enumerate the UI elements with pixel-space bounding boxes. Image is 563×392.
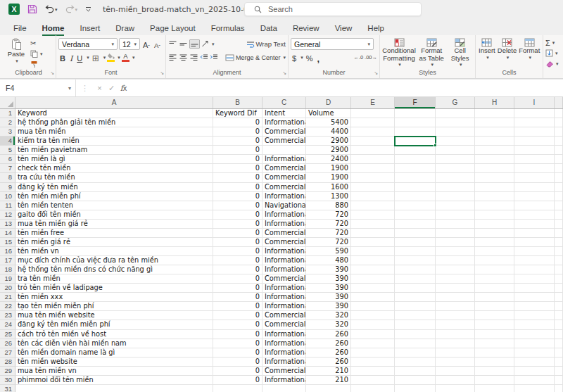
- cell[interactable]: Informational: [262, 358, 306, 367]
- cell[interactable]: [436, 265, 475, 274]
- cell[interactable]: [351, 274, 395, 284]
- cell[interactable]: [514, 320, 555, 329]
- cell[interactable]: [475, 238, 514, 247]
- cell[interactable]: [555, 274, 563, 284]
- cell[interactable]: Informational: [262, 339, 306, 348]
- redo-button[interactable]: ▾: [65, 5, 78, 13]
- cell[interactable]: 590: [306, 247, 351, 256]
- cell[interactable]: [351, 137, 395, 146]
- cell[interactable]: [475, 247, 514, 256]
- cell[interactable]: 0: [213, 302, 262, 311]
- cell[interactable]: tên miền xxx: [15, 293, 213, 302]
- cell[interactable]: [514, 247, 555, 256]
- cell[interactable]: [555, 201, 563, 210]
- tab-help[interactable]: Help: [360, 24, 392, 35]
- cell[interactable]: Commercial: [262, 311, 306, 320]
- cell[interactable]: [555, 137, 563, 146]
- cell[interactable]: 0: [213, 146, 262, 155]
- cell[interactable]: [351, 265, 395, 274]
- cell[interactable]: [436, 256, 475, 265]
- cell[interactable]: 0: [213, 127, 262, 137]
- cell[interactable]: 0: [213, 210, 262, 220]
- cell[interactable]: 0: [213, 358, 262, 367]
- font-color-button[interactable]: A: [122, 53, 129, 62]
- cell[interactable]: [351, 118, 395, 127]
- cell[interactable]: [555, 229, 563, 238]
- tab-draw[interactable]: Draw: [108, 24, 142, 35]
- currency-button[interactable]: $: [291, 52, 298, 63]
- cell[interactable]: 720: [306, 220, 351, 229]
- insert-function-icon[interactable]: fx: [118, 84, 129, 93]
- cell[interactable]: [555, 293, 563, 302]
- cell[interactable]: [514, 238, 555, 247]
- cell[interactable]: 390: [306, 284, 351, 293]
- font-size-select[interactable]: 12 ▾: [119, 38, 140, 50]
- customize-qat-button[interactable]: [85, 6, 91, 13]
- cell[interactable]: 390: [306, 293, 351, 302]
- cell[interactable]: 210: [306, 376, 351, 385]
- copy-button[interactable]: ▾: [30, 49, 43, 59]
- cell[interactable]: 0: [213, 118, 262, 127]
- cell[interactable]: [475, 173, 514, 182]
- cell[interactable]: 0: [213, 330, 262, 339]
- cell[interactable]: [555, 155, 563, 164]
- autosum-button[interactable]: Σ▾: [545, 37, 562, 48]
- format-cells-button[interactable]: Format ▾: [518, 37, 540, 60]
- cell[interactable]: [395, 201, 436, 210]
- tab-file[interactable]: File: [6, 24, 34, 35]
- cell[interactable]: tên miền domain name là gì: [15, 348, 213, 358]
- cell[interactable]: [555, 265, 563, 274]
- search-box[interactable]: Search: [244, 2, 422, 16]
- cell[interactable]: [395, 256, 436, 265]
- cell[interactable]: Informational: [262, 330, 306, 339]
- cell[interactable]: Informational: [262, 210, 306, 220]
- tab-home[interactable]: Home: [34, 24, 72, 35]
- cell[interactable]: 720: [306, 210, 351, 220]
- cell[interactable]: Commercial: [262, 274, 306, 284]
- cell[interactable]: 0: [213, 164, 262, 173]
- cell[interactable]: [514, 311, 555, 320]
- align-center-button[interactable]: [179, 53, 188, 61]
- confirm-icon[interactable]: ✓: [106, 84, 118, 93]
- column-header-F[interactable]: F: [395, 97, 436, 108]
- cell[interactable]: [514, 127, 555, 137]
- cell[interactable]: tên miền pavietnam: [15, 146, 213, 155]
- cell[interactable]: tên các diễn viên hài miền nam: [15, 339, 213, 348]
- comma-style-button[interactable]: ,: [315, 52, 321, 63]
- format-as-table-button[interactable]: Format as Table ▾: [417, 37, 446, 67]
- cell[interactable]: 720: [306, 238, 351, 247]
- cell[interactable]: [395, 173, 436, 182]
- font-name-select[interactable]: Verdana ▾: [58, 38, 118, 50]
- cell[interactable]: 0: [213, 247, 262, 256]
- cell[interactable]: [351, 201, 395, 210]
- cell[interactable]: mua tên miền vn: [15, 367, 213, 376]
- cell[interactable]: 1600: [306, 183, 351, 192]
- cell-styles-button[interactable]: Cell Styles ▾: [447, 37, 473, 67]
- cell[interactable]: 0: [213, 220, 262, 229]
- cell[interactable]: [395, 210, 436, 220]
- tab-insert[interactable]: Insert: [72, 24, 108, 35]
- cell[interactable]: [555, 330, 563, 339]
- cell[interactable]: [514, 220, 555, 229]
- cell[interactable]: [475, 210, 514, 220]
- cell[interactable]: tên miền tenten: [15, 201, 213, 210]
- cell[interactable]: hệ thống tên miền dns có chức năng gì: [15, 265, 213, 274]
- cell[interactable]: [351, 220, 395, 229]
- cell[interactable]: 210: [306, 367, 351, 376]
- cell[interactable]: 390: [306, 302, 351, 311]
- grow-font-button[interactable]: Aˆ: [141, 39, 151, 50]
- cell[interactable]: [436, 247, 475, 256]
- row-header-28[interactable]: 28: [0, 358, 15, 367]
- chevron-down-icon[interactable]: ▾: [103, 55, 106, 60]
- cell[interactable]: [475, 320, 514, 329]
- cell[interactable]: [475, 127, 514, 137]
- cell[interactable]: [15, 385, 213, 392]
- selected-cell-outline[interactable]: [394, 136, 436, 146]
- cell[interactable]: [514, 183, 555, 192]
- cell[interactable]: Navigational: [262, 201, 306, 210]
- cell[interactable]: Commercial: [262, 137, 306, 146]
- cell[interactable]: [262, 146, 306, 155]
- cell[interactable]: [555, 311, 563, 320]
- cell[interactable]: [395, 183, 436, 192]
- cell[interactable]: tên miền website: [15, 358, 213, 367]
